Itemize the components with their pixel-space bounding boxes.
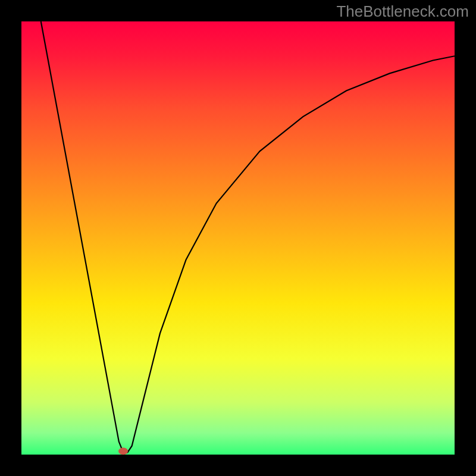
optimal-marker	[118, 447, 128, 455]
plot-background	[21, 21, 455, 455]
watermark-text: TheBottleneck.com	[336, 2, 469, 21]
bottleneck-chart	[0, 0, 476, 476]
chart-container	[0, 0, 476, 476]
